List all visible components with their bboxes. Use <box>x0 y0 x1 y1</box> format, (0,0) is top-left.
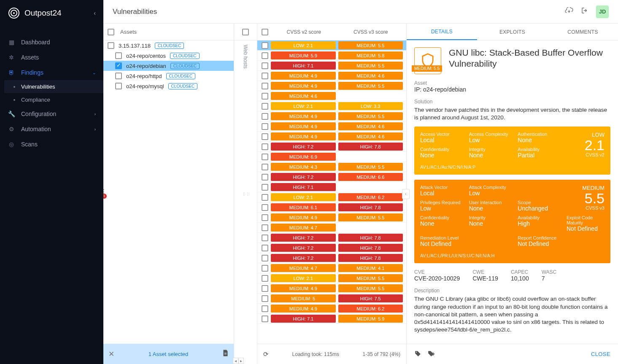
vuln-row[interactable]: HIGH: 7.1 <box>257 182 406 192</box>
sidebar-collapse-icon[interactable]: ‹ <box>94 10 96 16</box>
tab-comments[interactable]: COMMENTS <box>548 24 618 40</box>
drag-handle-icon[interactable]: ⋮⋮ <box>242 191 249 197</box>
vuln-checkbox[interactable] <box>262 224 268 231</box>
vuln-checkbox[interactable] <box>262 184 268 191</box>
vuln-checkbox[interactable] <box>262 255 268 262</box>
nav-dashboard[interactable]: ▦Dashboard <box>0 35 103 50</box>
tag-add-icon[interactable] <box>414 350 421 359</box>
vuln-checkbox[interactable] <box>262 235 268 241</box>
asset-row[interactable]: o24-repo/mysqlCLOUDSEC <box>103 81 234 91</box>
sidebar: Outpost24 ‹ ▦Dashboard✲Assets⛨Findings⌄V… <box>0 0 103 364</box>
collapse-details-icon[interactable]: ‹ <box>402 189 410 199</box>
cvss-v2-pill: MEDIUM: 5 <box>271 294 336 302</box>
vuln-checkbox[interactable] <box>262 83 268 89</box>
asset-checkbox[interactable] <box>108 42 114 49</box>
vuln-row[interactable]: LOW: 2.1MEDIUM: 6.2 <box>257 192 406 202</box>
nav-vulnerabilities[interactable]: Vulnerabilities <box>4 80 103 93</box>
asset-row[interactable]: 3.15.137.118CLOUDSEC <box>103 40 234 51</box>
nav-compliance[interactable]: Compliance <box>4 93 103 106</box>
vuln-checkbox[interactable] <box>262 295 268 302</box>
asset-label: o24-repo/debian <box>126 63 166 69</box>
vuln-checkbox[interactable] <box>262 113 268 120</box>
asset-checkbox[interactable] <box>115 62 122 69</box>
vuln-checkbox[interactable] <box>262 315 268 322</box>
vuln-checkbox[interactable] <box>262 174 268 181</box>
assets-select-all-checkbox[interactable] <box>108 29 114 35</box>
chevron-icon: › <box>94 112 96 116</box>
vuln-row[interactable]: MEDIUM: 4.3MEDIUM: 5.5 <box>257 162 406 172</box>
vuln-row[interactable]: LOW: 2.1LOW: 3.3 <box>257 101 406 111</box>
vuln-row[interactable]: MEDIUM: 4.9MEDIUM: 5.5 <box>257 111 406 121</box>
vuln-row[interactable]: MEDIUM: 5HIGH: 7.5 <box>257 294 406 304</box>
vuln-row[interactable]: MEDIUM: 4.9MEDIUM: 6.2 <box>257 304 406 314</box>
bullet-icon <box>13 86 15 88</box>
vuln-checkbox[interactable] <box>262 42 268 49</box>
col-cvss-v3[interactable]: CVSS v3 score <box>340 29 402 35</box>
filter-toggle[interactable]: ☰ 1 <box>103 189 105 200</box>
vuln-checkbox[interactable] <box>262 305 268 312</box>
vuln-checkbox[interactable] <box>262 93 268 100</box>
refresh-icon[interactable]: ⟳ <box>263 351 269 358</box>
nav-configuration[interactable]: 🔧Configuration› <box>0 106 103 121</box>
vuln-checkbox[interactable] <box>262 62 268 69</box>
vuln-checkbox[interactable] <box>262 245 268 251</box>
logout-icon[interactable] <box>581 7 588 16</box>
asset-row[interactable]: o24-repo/debianCLOUDSEC <box>103 61 234 71</box>
tab-exploits[interactable]: EXPLOITS <box>477 24 548 40</box>
vuln-row[interactable]: MEDIUM: 4.7 <box>257 223 406 233</box>
nav-automation[interactable]: ⚙Automation› <box>0 121 103 137</box>
nav-assets[interactable]: ✲Assets <box>0 50 103 65</box>
vuln-checkbox[interactable] <box>262 214 268 221</box>
vuln-row[interactable]: MEDIUM: 6.9 <box>257 152 406 162</box>
vulns-select-all-checkbox[interactable] <box>262 29 268 35</box>
vuln-row[interactable]: LOW: 2.1MEDIUM: 5.5 <box>257 273 406 283</box>
export-doc-icon[interactable] <box>222 349 229 359</box>
vuln-row[interactable]: HIGH: 7.2HIGH: 7.8 <box>257 142 406 152</box>
vuln-checkbox[interactable] <box>262 154 268 160</box>
vuln-checkbox[interactable] <box>262 194 268 201</box>
close-button[interactable]: CLOSE <box>591 351 610 357</box>
vuln-row[interactable]: MEDIUM: 5.9MEDIUM: 5.8 <box>257 51 406 61</box>
vuln-row[interactable]: HIGH: 7.2HIGH: 7.8 <box>257 233 406 243</box>
vuln-row[interactable]: HIGH: 7.1MEDIUM: 5.9 <box>257 314 406 324</box>
vuln-checkbox[interactable] <box>262 103 268 110</box>
vuln-checkbox[interactable] <box>262 275 268 282</box>
clear-selection-icon[interactable]: ✕ <box>108 350 114 359</box>
asset-checkbox[interactable] <box>115 73 122 79</box>
vuln-row[interactable]: MEDIUM: 4.9MEDIUM: 5.5 <box>257 213 406 223</box>
vuln-row[interactable]: MEDIUM: 4.9MEDIUM: 5.5 <box>257 81 406 91</box>
vuln-checkbox[interactable] <box>262 123 268 130</box>
vuln-checkbox[interactable] <box>262 164 268 170</box>
vuln-checkbox[interactable] <box>262 133 268 140</box>
tab-details[interactable]: DETAILS <box>407 24 477 40</box>
vuln-checkbox[interactable] <box>262 52 268 59</box>
vuln-row[interactable]: HIGH: 7.2MEDIUM: 6.6 <box>257 172 406 182</box>
vuln-row[interactable]: HIGH: 7.2HIGH: 7.8 <box>257 253 406 263</box>
nav-scans[interactable]: ◎Scans <box>0 137 103 152</box>
asset-row[interactable]: o24-repo/centosCLOUDSEC <box>103 51 234 61</box>
vuln-row[interactable]: MEDIUM: 4.9MEDIUM: 4.6 <box>257 121 406 132</box>
nav-findings[interactable]: ⛨Findings⌄ <box>0 65 103 80</box>
vuln-row[interactable]: HIGH: 7.1MEDIUM: 5.5 <box>257 61 406 71</box>
tag-next-icon[interactable] <box>427 350 436 359</box>
vuln-row[interactable]: MEDIUM: 4.6 <box>257 91 406 101</box>
cloud-download-icon[interactable] <box>565 7 573 16</box>
vuln-checkbox[interactable] <box>262 265 268 272</box>
vuln-checkbox[interactable] <box>262 285 268 292</box>
vuln-row[interactable]: HIGH: 7.2HIGH: 7.8 <box>257 243 406 253</box>
vuln-checkbox[interactable] <box>262 143 268 150</box>
asset-checkbox[interactable] <box>115 83 122 89</box>
asset-checkbox[interactable] <box>115 52 122 59</box>
vuln-row[interactable]: MEDIUM: 4.9MEDIUM: 5.5 <box>257 283 406 294</box>
vuln-row[interactable]: MEDIUM: 4.9MEDIUM: 4.6 <box>257 132 406 142</box>
asset-row[interactable]: o24-repo/httpdCLOUDSEC <box>103 71 234 81</box>
vuln-checkbox[interactable] <box>262 73 268 79</box>
user-avatar[interactable]: JD <box>596 5 609 18</box>
col-cvss-v2[interactable]: CVSS v2 score <box>273 29 335 35</box>
vuln-row[interactable]: MEDIUM: 4.9MEDIUM: 4.6 <box>257 71 406 81</box>
vuln-checkbox[interactable] <box>262 204 268 211</box>
vuln-row[interactable]: MEDIUM: 4.7MEDIUM: 4.1 <box>257 263 406 273</box>
vuln-row[interactable]: MEDIUM: 6.1HIGH: 7.8 <box>257 202 406 213</box>
vuln-row[interactable]: LOW: 2.1MEDIUM: 5.5 <box>257 40 406 51</box>
webhosts-select-all-checkbox[interactable] <box>242 29 249 35</box>
